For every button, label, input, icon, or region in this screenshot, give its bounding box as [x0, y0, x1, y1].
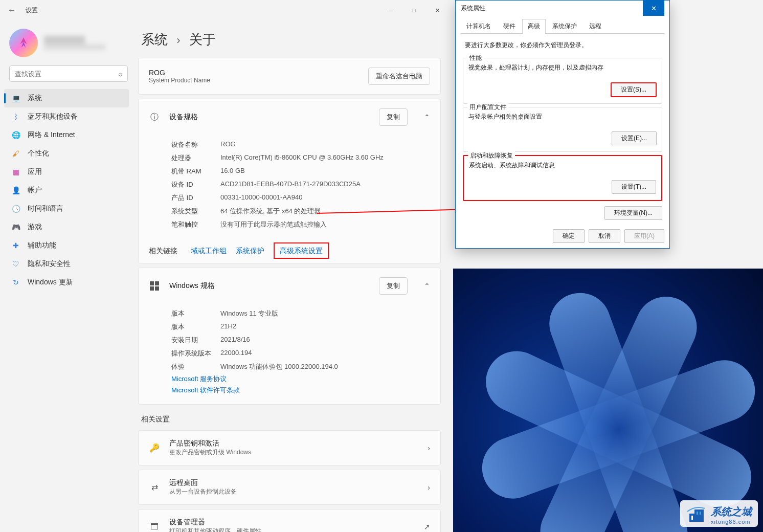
copy-button[interactable]: 复制	[379, 277, 408, 295]
performance-group: 性能 视觉效果，处理器计划，内存使用，以及虚拟内存 设置(S)...	[463, 58, 662, 104]
action-icon: ›	[428, 483, 430, 492]
related-link-0[interactable]: 域或工作组	[191, 247, 227, 255]
breadcrumb-root[interactable]: 系统	[141, 32, 168, 47]
nav-icon: 🕓	[11, 204, 20, 213]
titlebar: ← 设置 — □ ✕	[0, 0, 453, 20]
spec-row: 处理器Intel(R) Core(TM) i5-8600K CPU @ 3.60…	[171, 151, 430, 165]
tab-计算机名[interactable]: 计算机名	[461, 19, 497, 33]
userprofile-settings-button[interactable]: 设置(E)...	[612, 131, 657, 145]
nav-label: Windows 更新	[28, 278, 73, 287]
nav-icon: 🖌	[11, 149, 20, 158]
nav-icon: ᛒ	[11, 112, 20, 121]
nav-label: 系统	[28, 94, 42, 103]
related-links-label: 相关链接	[149, 247, 177, 256]
content-area: 系统 › 关于 ROG System Product Name 重命名这台电脑 …	[133, 20, 453, 532]
related-setting-2[interactable]: 🗔设备管理器打印机和其他驱动程序、硬件属性↗	[138, 509, 441, 532]
related-link-2[interactable]: 高级系统设置	[274, 242, 329, 259]
list-title: 设备管理器	[169, 518, 408, 527]
related-setting-1[interactable]: ⇄远程桌面从另一台设备控制此设备›	[138, 470, 441, 505]
dialog-titlebar: 系统属性 ✕	[456, 1, 669, 16]
windows-specs-card: Windows 规格 复制 ⌃ 版本Windows 11 专业版版本21H2安装…	[138, 268, 441, 405]
spec-row: 体验Windows 功能体验包 1000.22000.194.0	[171, 360, 430, 373]
sidebar-item-9[interactable]: 🛡隐私和安全性	[4, 255, 129, 273]
search-input[interactable]: ⌕	[9, 65, 128, 82]
sidebar-item-7[interactable]: 🎮游戏	[4, 218, 129, 236]
nav-icon: 💻	[11, 94, 20, 103]
performance-settings-button[interactable]: 设置(S)...	[611, 82, 657, 97]
dialog-close-button[interactable]: ✕	[643, 1, 664, 16]
sidebar-item-0[interactable]: 💻系统	[4, 89, 129, 107]
tab-系统保护[interactable]: 系统保护	[547, 19, 582, 33]
tab-高级[interactable]: 高级	[522, 19, 546, 34]
chevron-up-icon[interactable]: ⌃	[424, 113, 430, 121]
chevron-up-icon[interactable]: ⌃	[424, 282, 430, 290]
service-link[interactable]: Microsoft 服务协议	[171, 373, 430, 385]
list-icon: ⇄	[149, 482, 160, 493]
startup-settings-button[interactable]: 设置(T)...	[612, 180, 656, 194]
nav-icon: 🌐	[11, 130, 20, 140]
nav-label: 应用	[28, 167, 42, 176]
spec-row: 设备名称ROG	[171, 138, 430, 151]
ok-button[interactable]: 确定	[553, 229, 585, 243]
sidebar-item-10[interactable]: ↻Windows 更新	[4, 273, 129, 292]
service-link[interactable]: Microsoft 软件许可条款	[171, 385, 430, 396]
action-icon: ›	[428, 444, 430, 452]
env-vars-button[interactable]: 环境变量(N)...	[604, 206, 662, 220]
related-link-1[interactable]: 系统保护	[236, 247, 264, 255]
svg-rect-1	[697, 512, 698, 515]
settings-window: ← 设置 — □ ✕ ⌕	[0, 0, 453, 532]
avatar	[9, 29, 38, 57]
tab-硬件[interactable]: 硬件	[498, 19, 521, 33]
breadcrumb-current: 关于	[189, 32, 216, 47]
watermark: 系统之城 xitong86.com	[680, 500, 758, 527]
dialog-title: 系统属性	[461, 4, 485, 13]
copy-button[interactable]: 复制	[379, 108, 408, 126]
spec-row: 产品 ID00331-10000-00001-AA940	[171, 191, 430, 205]
spec-row: 机带 RAM16.0 GB	[171, 165, 430, 178]
desktop-wallpaper: 系统之城 xitong86.com	[453, 269, 763, 532]
rename-card: ROG System Product Name 重命名这台电脑	[138, 58, 441, 95]
nav-icon: 🛡	[11, 259, 20, 269]
sidebar-item-2[interactable]: 🌐网络 & Internet	[4, 126, 129, 144]
sidebar-item-8[interactable]: ✚辅助功能	[4, 236, 129, 255]
rename-button[interactable]: 重命名这台电脑	[368, 68, 430, 85]
device-name: ROG	[149, 69, 210, 77]
list-subtitle: 从另一台设备控制此设备	[169, 487, 411, 496]
sidebar-item-4[interactable]: ▦应用	[4, 163, 129, 181]
performance-desc: 视觉效果，处理器计划，内存使用，以及虚拟内存	[468, 63, 657, 72]
cancel-button[interactable]: 取消	[589, 229, 620, 243]
watermark-logo	[686, 504, 707, 525]
minimize-button[interactable]: —	[378, 2, 402, 18]
list-icon: 🗔	[149, 521, 160, 533]
svg-rect-6	[155, 286, 159, 291]
sidebar-item-6[interactable]: 🕓时间和语言	[4, 199, 129, 218]
svg-rect-5	[150, 286, 154, 291]
windows-specs-header: Windows 规格	[169, 281, 370, 291]
admin-note: 要进行大多数更改，你必须作为管理员登录。	[461, 34, 664, 55]
close-button[interactable]: ✕	[425, 2, 449, 18]
nav-label: 帐户	[28, 186, 42, 195]
back-button[interactable]: ←	[4, 3, 19, 18]
startup-legend: 启动和故障恢复	[468, 151, 515, 160]
search-icon: ⌕	[118, 70, 122, 78]
info-icon: ⓘ	[149, 112, 160, 123]
spec-row: 版本21H2	[171, 320, 430, 334]
window-title: 设置	[26, 6, 38, 15]
spec-row: 设备 IDACD21D81-EEBB-407D-B171-279D033CD25…	[171, 178, 430, 191]
nav-icon: ↻	[11, 278, 20, 287]
userprofile-legend: 用户配置文件	[467, 103, 508, 112]
spec-row: 安装日期2021/8/16	[171, 334, 430, 347]
apply-button[interactable]: 应用(A)	[624, 229, 664, 243]
nav-label: 蓝牙和其他设备	[28, 112, 78, 121]
device-specs-header: 设备规格	[169, 113, 370, 122]
sidebar-item-1[interactable]: ᛒ蓝牙和其他设备	[4, 107, 129, 126]
maximize-button[interactable]: □	[402, 2, 425, 18]
action-icon: ↗	[424, 523, 430, 531]
sidebar-item-3[interactable]: 🖌个性化	[4, 144, 129, 163]
user-profile[interactable]	[4, 25, 133, 61]
list-title: 远程桌面	[169, 478, 411, 487]
related-setting-0[interactable]: 🔑产品密钥和激活更改产品密钥或升级 Windows›	[138, 430, 441, 465]
tab-远程[interactable]: 远程	[584, 19, 607, 33]
svg-rect-3	[150, 281, 154, 285]
sidebar-item-5[interactable]: 👤帐户	[4, 181, 129, 199]
